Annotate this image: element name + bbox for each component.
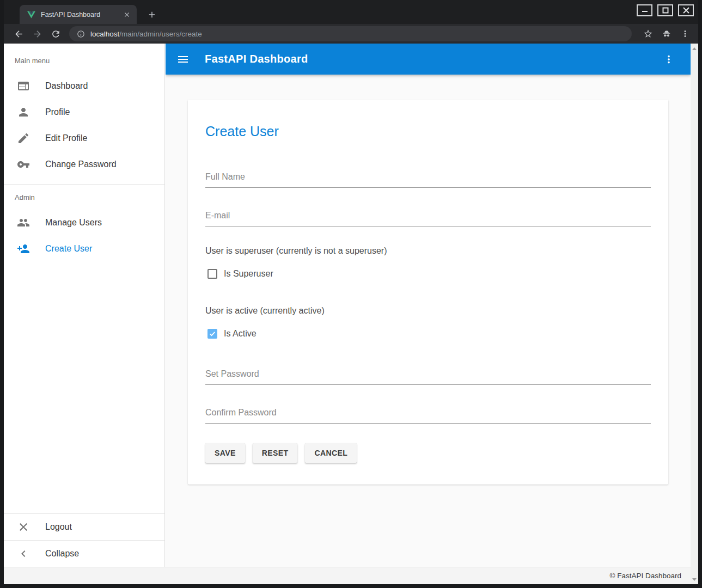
- window-controls: [637, 4, 694, 16]
- app-bar: FastAPI Dashboard: [166, 44, 691, 75]
- sidebar-item-label: Edit Profile: [45, 133, 87, 143]
- set-password-field-wrap: [205, 366, 651, 385]
- scrollbar-down-arrow-icon[interactable]: [691, 575, 698, 583]
- confirm-password-input[interactable]: [205, 405, 651, 424]
- appbar-title: FastAPI Dashboard: [205, 53, 662, 65]
- create-user-card: Create User User is superuser (currently…: [188, 100, 668, 485]
- sidebar-item-change-password[interactable]: Change Password: [4, 151, 164, 177]
- form-actions: SAVE RESET CANCEL: [205, 443, 651, 463]
- appbar-menu-kebab-icon[interactable]: [662, 53, 675, 66]
- new-tab-button[interactable]: [144, 7, 160, 22]
- pencil-icon: [17, 132, 30, 145]
- sidebar-spacer: [4, 262, 164, 513]
- sidebar-item-label: Profile: [45, 107, 70, 117]
- sidebar-item-label: Change Password: [45, 160, 117, 169]
- sidebar-item-profile[interactable]: Profile: [4, 99, 164, 125]
- is-active-checkbox-row[interactable]: Is Active: [207, 329, 651, 339]
- sidebar-divider: [4, 184, 164, 185]
- checkbox-label: Is Active: [224, 329, 257, 339]
- set-password-input[interactable]: [205, 366, 651, 385]
- sidebar-item-collapse[interactable]: Collapse: [4, 541, 164, 567]
- vertical-scrollbar[interactable]: [691, 44, 698, 584]
- address-bar[interactable]: localhost/main/admin/users/create: [69, 26, 632, 41]
- sidebar-item-manage-users[interactable]: Manage Users: [4, 210, 164, 236]
- window-minimize-button[interactable]: [637, 4, 652, 16]
- window-maximize-button[interactable]: [657, 4, 673, 16]
- sidebar-item-logout[interactable]: Logout: [4, 514, 164, 540]
- copyright-text: © FastAPI Dashboard: [609, 572, 681, 580]
- cancel-button[interactable]: CANCEL: [305, 443, 357, 463]
- incognito-icon: [659, 26, 674, 41]
- email-field-wrap: [205, 207, 651, 226]
- bookmark-star-icon[interactable]: [640, 26, 656, 41]
- page-viewport: Main menu Dashboard Profile Edit Profile: [4, 44, 698, 584]
- sidebar: Main menu Dashboard Profile Edit Profile: [4, 44, 165, 567]
- reset-button[interactable]: RESET: [253, 443, 298, 463]
- browser-tab[interactable]: FastAPI Dashboard: [20, 5, 137, 24]
- tab-title: FastAPI Dashboard: [41, 11, 123, 19]
- person-add-icon: [17, 242, 30, 255]
- page-title: Create User: [205, 124, 651, 139]
- sidebar-item-label: Manage Users: [45, 218, 102, 228]
- person-icon: [17, 106, 30, 119]
- tab-strip: FastAPI Dashboard: [4, 0, 698, 24]
- checkbox-label: Is Superuser: [224, 269, 273, 279]
- people-icon: [17, 216, 30, 229]
- browser-menu-kebab-icon[interactable]: [677, 26, 693, 41]
- window-close-button[interactable]: [678, 4, 694, 16]
- chevron-left-icon: [17, 547, 30, 560]
- main-content: FastAPI Dashboard Create User User is su…: [166, 44, 691, 567]
- email-input[interactable]: [205, 207, 651, 226]
- back-icon[interactable]: [11, 26, 26, 41]
- spacer: [205, 354, 651, 366]
- sidebar-header-main-menu: Main menu: [4, 56, 164, 66]
- forward-icon[interactable]: [29, 26, 45, 41]
- sidebar-item-label: Logout: [45, 522, 72, 532]
- hamburger-menu-icon[interactable]: [176, 53, 190, 66]
- page-footer: © FastAPI Dashboard: [4, 567, 691, 584]
- checkbox-checked-icon[interactable]: [207, 329, 217, 339]
- url-path: /main/admin/users/create: [119, 30, 202, 38]
- active-hint: User is active (currently active): [205, 306, 651, 316]
- sidebar-item-edit-profile[interactable]: Edit Profile: [4, 125, 164, 151]
- sidebar-header-admin: Admin: [4, 192, 164, 203]
- superuser-hint: User is superuser (currently is not a su…: [205, 246, 651, 256]
- scrollbar-up-arrow-icon[interactable]: [691, 45, 698, 52]
- full-name-field-wrap: [205, 169, 651, 188]
- reload-icon[interactable]: [48, 26, 63, 41]
- tab-close-icon[interactable]: [123, 10, 131, 19]
- sidebar-item-label: Dashboard: [45, 81, 88, 91]
- confirm-password-field-wrap: [205, 405, 651, 424]
- sidebar-item-create-user[interactable]: Create User: [4, 236, 164, 262]
- checkbox-unchecked-icon[interactable]: [207, 269, 217, 279]
- sidebar-item-label: Create User: [45, 244, 92, 254]
- sidebar-item-dashboard[interactable]: Dashboard: [4, 73, 164, 99]
- url-text: localhost/main/admin/users/create: [90, 30, 202, 38]
- key-icon: [17, 158, 30, 171]
- browser-window: FastAPI Dashboard: [0, 0, 702, 588]
- info-icon[interactable]: [77, 30, 85, 38]
- dashboard-web-icon: [17, 79, 30, 93]
- browser-toolbar: localhost/main/admin/users/create: [4, 24, 698, 44]
- url-host: localhost: [90, 30, 119, 38]
- close-x-icon: [17, 520, 30, 534]
- vue-logo-icon: [27, 11, 35, 19]
- sidebar-item-label: Collapse: [45, 549, 79, 559]
- spacer: [205, 294, 651, 306]
- save-button[interactable]: SAVE: [205, 443, 245, 463]
- is-superuser-checkbox-row[interactable]: Is Superuser: [207, 269, 651, 279]
- full-name-input[interactable]: [205, 169, 651, 188]
